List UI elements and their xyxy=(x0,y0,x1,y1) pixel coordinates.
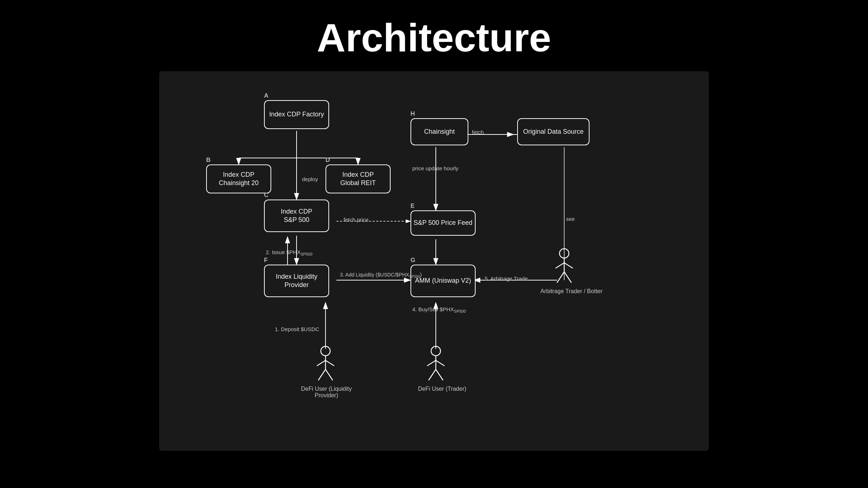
svg-point-29 xyxy=(431,346,441,356)
label-c: C xyxy=(264,192,268,199)
defi-trader-figure xyxy=(424,346,447,384)
svg-line-34 xyxy=(436,369,443,380)
svg-line-32 xyxy=(436,360,444,366)
node-a: Index CDP Factory xyxy=(264,100,329,129)
node-b: Index CDPChainsight 20 xyxy=(206,164,271,193)
node-c: Index CDPS&P 500 xyxy=(264,200,329,232)
deploy-label: deploy xyxy=(302,176,318,182)
price-update-label: price update hourly xyxy=(412,165,459,171)
label-b: B xyxy=(206,157,210,164)
svg-line-31 xyxy=(427,360,436,366)
svg-line-38 xyxy=(564,263,573,268)
fetch-label: fetch xyxy=(472,129,484,135)
svg-line-33 xyxy=(429,369,436,380)
label-g: G xyxy=(410,257,415,264)
fetch-price-label: fetch price xyxy=(344,217,369,223)
node-g: AMM (Uniswap V2) xyxy=(410,265,476,297)
label-e: E xyxy=(410,202,414,210)
arb-trader-figure xyxy=(553,248,576,286)
defi-trader-label: DeFi User (Trader) xyxy=(412,386,472,392)
svg-line-25 xyxy=(317,360,326,366)
label-f: F xyxy=(264,257,268,264)
arb-trader-label: Arbitrage Trader / Botter xyxy=(535,288,608,295)
deposit-label: 1. Deposit $USDC xyxy=(275,326,319,332)
svg-point-35 xyxy=(559,249,569,258)
node-f: Index LiquidityProvider xyxy=(264,265,329,297)
see-label: see xyxy=(566,216,575,222)
svg-point-23 xyxy=(321,346,330,356)
node-h: Chainsight xyxy=(410,118,468,145)
svg-line-40 xyxy=(564,272,571,283)
page-title: Architecture xyxy=(0,0,868,71)
diagram-container: Index CDP Factory A Index CDPChainsight … xyxy=(159,71,709,451)
add-liquidity-label: 3. Add Liquidity ($USDC/$PHXSP500) xyxy=(340,272,422,279)
buy-sell-label: 4. Buy/Sell $PHXSP500 xyxy=(412,306,466,313)
defi-lp-figure xyxy=(314,346,337,384)
svg-line-26 xyxy=(326,360,334,366)
node-d: Index CDPGlobal REIT xyxy=(326,164,391,193)
label-d: D xyxy=(326,157,330,164)
label-h: H xyxy=(410,110,415,117)
svg-line-27 xyxy=(318,369,326,380)
issue-label: 2. Issue $PHXSP500 xyxy=(266,249,312,256)
node-ods: Original Data Source xyxy=(517,118,590,145)
defi-lp-label: DeFi User (Liquidity Provider) xyxy=(293,386,360,399)
node-e: S&P 500 Price Feed xyxy=(410,210,476,236)
svg-line-28 xyxy=(326,369,333,380)
arb-trade-label: 5. Arbitrage Trade xyxy=(485,275,528,282)
label-a: A xyxy=(264,92,268,99)
svg-line-39 xyxy=(557,272,564,283)
svg-line-37 xyxy=(556,263,564,268)
